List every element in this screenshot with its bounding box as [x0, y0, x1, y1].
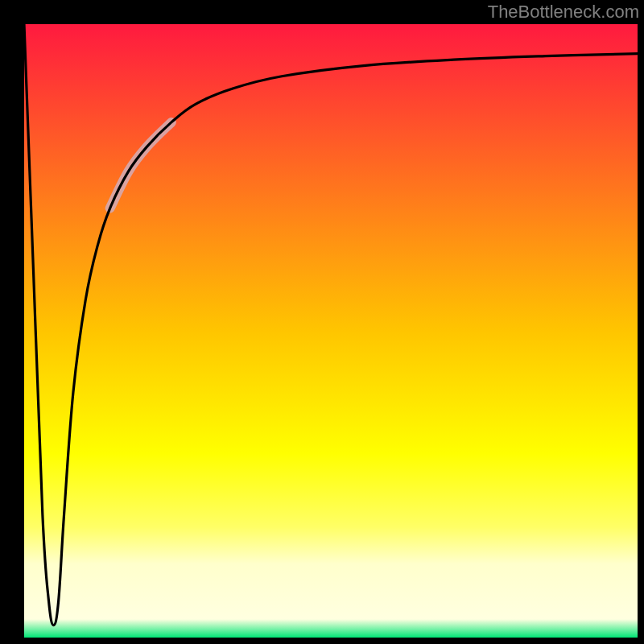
- attribution-label: TheBottleneck.com: [488, 2, 639, 23]
- chart-frame: TheBottleneck.com: [0, 0, 644, 644]
- chart-background-gradient: [24, 24, 638, 638]
- bottleneck-curve-chart: [0, 0, 644, 644]
